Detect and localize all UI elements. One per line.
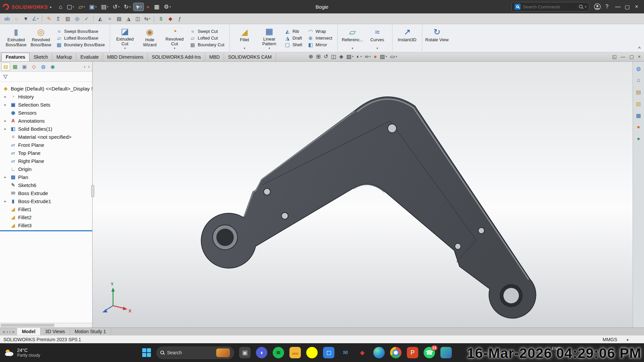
- fillet-button[interactable]: ◢Fillet▾: [232, 25, 257, 51]
- ribbon-collapse-icon[interactable]: ^: [638, 46, 641, 51]
- rotate-view-button[interactable]: ↻Rotate View: [425, 25, 449, 51]
- tab-sketch[interactable]: Sketch: [30, 53, 52, 61]
- selection-filter-button[interactable]: ▼: [21, 14, 30, 23]
- tree-item[interactable]: ▸▣Selection Sets: [0, 101, 92, 109]
- select-button[interactable]: ➤▾: [133, 3, 144, 11]
- expand-arrow-icon[interactable]: ▸: [4, 95, 6, 99]
- previous-view-button[interactable]: ↺: [324, 53, 328, 60]
- dropdown-caret-icon[interactable]: ▾: [369, 55, 371, 58]
- panel-scroll-right-icon[interactable]: ›: [88, 64, 90, 69]
- tree-item[interactable]: ◢Fillet2: [0, 213, 92, 221]
- panel-splitter-handle[interactable]: [91, 185, 94, 197]
- configurationmanager-tab[interactable]: ▣: [20, 63, 29, 71]
- expand-arrow-icon[interactable]: ▸: [4, 199, 6, 203]
- tab-evaluate[interactable]: Evaluate: [76, 53, 103, 61]
- solidworks-menu[interactable]: SOLIDWORKS ▸: [3, 4, 52, 10]
- whatsapp-icon[interactable]: ☎23: [424, 347, 435, 358]
- dropdown-caret-icon[interactable]: ▾: [107, 5, 108, 8]
- view-settings-button[interactable]: ▭▾: [390, 53, 397, 60]
- dropdown-caret-icon[interactable]: ▾: [37, 17, 39, 20]
- search-magnifier-icon[interactable]: [579, 4, 583, 9]
- snapchat-icon[interactable]: ◌: [306, 347, 318, 358]
- mirror-button[interactable]: ◧Mirror: [306, 42, 334, 48]
- custom-properties-button[interactable]: ●: [635, 135, 643, 143]
- displaymanager-tab[interactable]: ◍: [39, 63, 48, 71]
- appearance-sphere-button[interactable]: ●: [145, 3, 151, 11]
- design-checker-button[interactable]: ◆: [166, 14, 175, 23]
- tree-item[interactable]: ✎Sketch6: [0, 181, 92, 189]
- view-orientation-button[interactable]: ▧▾: [346, 53, 354, 60]
- tree-filter[interactable]: [0, 72, 92, 82]
- expand-arrow-icon[interactable]: ▸: [4, 119, 6, 123]
- doc-tab-nav-3-button[interactable]: »: [12, 329, 14, 334]
- swept-boss-base-button[interactable]: ≈Swept Boss/Base: [55, 28, 106, 34]
- dropdown-caret-icon[interactable]: ▾: [352, 55, 354, 58]
- dropdown-caret-icon[interactable]: ▾: [84, 5, 85, 8]
- dynamic-annotation-views-button[interactable]: ◈: [339, 53, 343, 60]
- costing-button[interactable]: $: [157, 14, 165, 23]
- expand-arrow-icon[interactable]: ▸: [4, 175, 6, 179]
- section-view-button[interactable]: ◫: [331, 53, 336, 60]
- revolved-cut-button[interactable]: ◔Revolved Cut▾: [162, 25, 187, 51]
- tree-root-item[interactable]: ◆Bogie (Default) <<Default>_Display S: [0, 84, 92, 93]
- tree-item[interactable]: ▱Top Plane: [0, 149, 92, 157]
- start-button[interactable]: [142, 348, 151, 357]
- doc-minimize-button[interactable]: —: [621, 54, 626, 59]
- design-table-button[interactable]: ▦: [152, 3, 161, 11]
- tab-solidworks-cam[interactable]: SOLIDWORKS CAM: [224, 53, 276, 61]
- apply-scene-button[interactable]: ▨▾: [380, 53, 387, 60]
- tree-item[interactable]: ◢Fillet1: [0, 205, 92, 213]
- maximize-button[interactable]: ▢: [623, 4, 632, 10]
- spell-checker-button[interactable]: ab: [3, 14, 11, 23]
- dropdown-caret-icon[interactable]: ▾: [376, 47, 378, 50]
- design-library-button[interactable]: ▤: [635, 88, 643, 96]
- tree-item[interactable]: ▸◧Solid Bodies(1): [0, 125, 92, 133]
- display-style-button[interactable]: ◐▾: [357, 54, 362, 60]
- curvature-button[interactable]: ≈: [105, 14, 114, 23]
- dropdown-caret-icon[interactable]: ▾: [352, 47, 353, 50]
- file-explorer-pane-button[interactable]: ▨: [635, 100, 643, 108]
- hole-wizard-button[interactable]: ◉Hole Wizard: [137, 25, 162, 51]
- check-model-button[interactable]: ✓: [82, 14, 91, 23]
- tree-item[interactable]: ▸▨Plan: [0, 173, 92, 181]
- featuremanager-tree-tab[interactable]: ▤: [1, 63, 10, 71]
- linear-pattern-button[interactable]: ▦Linear Pattern▾: [257, 25, 282, 51]
- dropdown-caret-icon[interactable]: ▾: [95, 5, 97, 8]
- tree-item[interactable]: ◢Fillet3: [0, 221, 92, 229]
- mass-properties-button[interactable]: Σ: [54, 14, 63, 23]
- tree-item[interactable]: ∟Origin: [0, 165, 92, 173]
- section-properties-button[interactable]: ▥: [63, 14, 72, 23]
- dropdown-caret-icon[interactable]: ▾: [129, 5, 131, 8]
- tree-item[interactable]: ▱Front Plane: [0, 141, 92, 149]
- intersect-button[interactable]: ⊕Intersect: [306, 35, 334, 41]
- units-caret-icon[interactable]: ▲: [626, 338, 629, 341]
- doc-restore-button[interactable]: ▢: [630, 54, 634, 59]
- dropdown-caret-icon[interactable]: ▾: [269, 47, 270, 50]
- tab-features[interactable]: Features: [1, 53, 30, 61]
- weather-widget[interactable]: 24°C Partly cloudy: [0, 348, 40, 358]
- search-caret-icon[interactable]: ▾: [585, 5, 586, 8]
- zoom-to-fit-button[interactable]: ⊕: [309, 53, 313, 60]
- extruded-boss-base-button[interactable]: ▮Extruded Boss/Base: [4, 25, 29, 51]
- chrome-icon[interactable]: [390, 347, 401, 358]
- doc-tab-nav-1-button[interactable]: ‹: [6, 329, 8, 334]
- units-indicator[interactable]: MMGS: [603, 337, 618, 342]
- dropdown-caret-icon[interactable]: ▾: [360, 55, 362, 58]
- undo-button[interactable]: ↺▾: [111, 3, 121, 11]
- redo-button[interactable]: ↻▾: [122, 3, 132, 11]
- shell-button[interactable]: ▢Shell: [283, 42, 304, 48]
- doc-tab-model[interactable]: Model: [17, 328, 40, 335]
- doc-tab-motion-study-1[interactable]: Motion Study 1: [70, 328, 111, 335]
- view-palette-button[interactable]: ▦: [635, 111, 643, 119]
- tree-item[interactable]: ▸AAnnotations: [0, 117, 92, 125]
- tab-mbd[interactable]: MBD: [205, 53, 224, 61]
- microsoft-store-icon[interactable]: ◻: [323, 347, 334, 358]
- thickness-analysis-button[interactable]: ◫: [133, 14, 142, 23]
- open-button[interactable]: ▱▾: [77, 3, 87, 11]
- extruded-cut-button[interactable]: ◪Extruded Cut▾: [112, 25, 137, 51]
- rib-button[interactable]: ◭Rib: [283, 28, 304, 34]
- hole-small[interactable]: [281, 213, 288, 219]
- hole-small[interactable]: [478, 228, 484, 234]
- doc-close-button[interactable]: ×: [638, 54, 641, 59]
- zebra-stripes-button[interactable]: ▨: [115, 14, 123, 23]
